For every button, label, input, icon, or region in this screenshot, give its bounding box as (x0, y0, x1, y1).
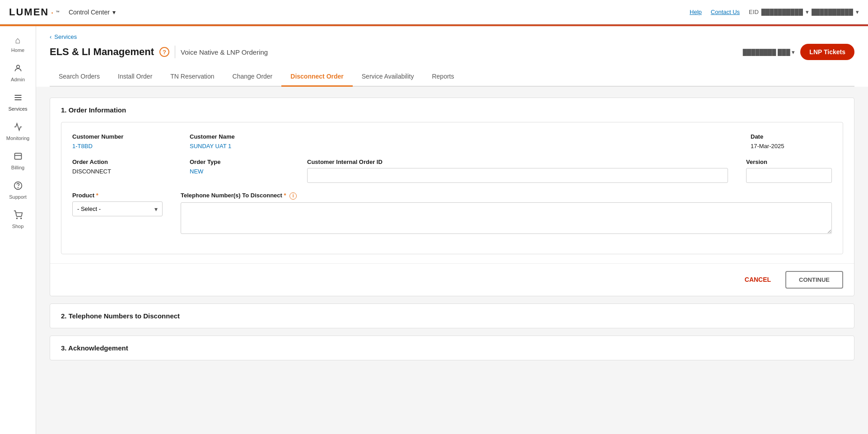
product-select-wrapper[interactable]: - Select - Voice Native LNP ▾ (72, 201, 163, 216)
order-info-form-area: Customer Number 1-T8BD Customer Name SUN… (50, 122, 854, 263)
sidebar-label-support: Support (9, 194, 27, 200)
telephone-numbers-label: Telephone Number(s) To Disconnect * i (181, 192, 832, 200)
version-input[interactable] (746, 168, 832, 183)
acknowledgement-section: 3. Acknowledgement (50, 336, 854, 360)
title-divider (175, 46, 175, 58)
date-label: Date (751, 133, 832, 140)
lnp-tickets-button[interactable]: LNP Tickets (800, 44, 854, 60)
customer-number-value: 1-T8BD (72, 143, 172, 149)
svg-rect-4 (14, 153, 21, 159)
order-type-label: Order Type (190, 159, 289, 165)
app-layout: ⌂ Home Admin Services Monitoring Billi (0, 26, 868, 434)
product-required: * (96, 192, 98, 199)
telephone-numbers-section-header: 2. Telephone Numbers to Disconnect (50, 304, 854, 328)
tab-change-order[interactable]: Change Order (224, 67, 282, 87)
sidebar-item-services[interactable]: Services (0, 89, 36, 116)
billing-icon (14, 152, 23, 163)
acknowledgement-section-header: 3. Acknowledgement (50, 336, 854, 360)
order-type-value: NEW (190, 168, 289, 175)
logo: LUMEN·™ (9, 6, 60, 18)
tab-disconnect-order[interactable]: Disconnect Order (281, 67, 352, 87)
sidebar-item-billing[interactable]: Billing (0, 147, 36, 175)
customer-internal-order-id-group: Customer Internal Order ID (307, 159, 728, 183)
sidebar-label-shop: Shop (12, 224, 24, 229)
customer-internal-order-id-input[interactable] (307, 168, 728, 183)
action-row: CANCEL CONTINUE (50, 263, 854, 296)
eid-chevron-icon: ▾ (806, 9, 809, 15)
product-select[interactable]: - Select - Voice Native LNP (73, 202, 162, 216)
version-label: Version (746, 159, 832, 165)
top-nav-left: LUMEN·™ Control Center ▾ (9, 6, 116, 18)
page-title-left: ELS & LI Management ? Voice Native & LNP… (50, 46, 268, 58)
tab-search-orders[interactable]: Search Orders (50, 67, 109, 87)
monitoring-icon (14, 122, 23, 134)
date-value: 17-Mar-2025 (751, 143, 832, 149)
breadcrumb-arrow-icon: ‹ (50, 33, 51, 40)
order-info-section: 1. Order Information Customer Number 1-T… (50, 98, 854, 296)
top-nav: LUMEN·™ Control Center ▾ Help Contact Us… (0, 0, 868, 24)
logo-text: LUMEN (9, 6, 49, 18)
tab-install-order[interactable]: Install Order (109, 67, 161, 87)
sidebar-label-billing: Billing (11, 165, 24, 170)
logo-tm: ™ (56, 10, 60, 14)
eid-section: EID ██████████ ▾ ██████████ ▾ (749, 9, 859, 15)
account-selector-value: ████████ ███ ▾ (743, 49, 795, 56)
tab-service-availability[interactable]: Service Availability (353, 67, 423, 87)
continue-button[interactable]: CONTINUE (785, 271, 843, 289)
account-selector[interactable]: ████████ ███ ▾ (743, 49, 795, 56)
svg-point-9 (20, 218, 21, 219)
date-group: Date 17-Mar-2025 (751, 133, 832, 149)
tab-reports[interactable]: Reports (423, 67, 463, 87)
page-title-row: ELS & LI Management ? Voice Native & LNP… (50, 44, 854, 60)
sidebar-label-monitoring: Monitoring (6, 135, 29, 141)
sidebar-item-admin[interactable]: Admin (0, 59, 36, 87)
svg-point-0 (16, 65, 19, 68)
telephone-numbers-textarea[interactable] (181, 202, 832, 234)
page-title: ELS & LI Management (50, 46, 154, 58)
telephone-info-icon[interactable]: i (289, 192, 297, 200)
logo-dot: · (51, 7, 54, 18)
sidebar-label-services: Services (8, 106, 27, 112)
product-group: Product * - Select - Voice Native LNP (72, 192, 163, 234)
sidebar-item-home[interactable]: ⌂ Home (0, 31, 36, 57)
help-circle-icon[interactable]: ? (159, 47, 169, 57)
order-info-header: 1. Order Information (50, 98, 854, 122)
product-label: Product * (72, 192, 163, 199)
page-header-right: ████████ ███ ▾ LNP Tickets (743, 44, 854, 60)
help-link[interactable]: Help (690, 9, 702, 15)
form-row-3: Product * - Select - Voice Native LNP (72, 192, 832, 234)
tab-tn-reservation[interactable]: TN Reservation (161, 67, 223, 87)
telephone-numbers-group: Telephone Number(s) To Disconnect * i (181, 192, 832, 234)
top-nav-right: Help Contact Us EID ██████████ ▾ ███████… (690, 9, 859, 15)
order-action-group: Order Action DISCONNECT (72, 159, 172, 183)
sidebar-item-support[interactable]: Support (0, 177, 36, 204)
form-row-1: Customer Number 1-T8BD Customer Name SUN… (72, 133, 832, 149)
customer-number-label: Customer Number (72, 133, 172, 140)
sidebar-item-monitoring[interactable]: Monitoring (0, 118, 36, 145)
account-value: ██████████ (812, 9, 853, 15)
eid-value: ██████████ (761, 9, 803, 15)
control-center-button[interactable]: Control Center ▾ (69, 9, 116, 16)
support-icon (14, 181, 23, 192)
admin-icon (14, 64, 23, 75)
contact-us-link[interactable]: Contact Us (711, 9, 740, 15)
page-header: ‹ Services ELS & LI Management ? Voice N… (36, 26, 868, 87)
services-icon (14, 93, 23, 104)
home-icon: ⌂ (15, 35, 20, 46)
sidebar: ⌂ Home Admin Services Monitoring Billi (0, 26, 36, 434)
eid-label: EID (749, 9, 759, 15)
sidebar-label-admin: Admin (11, 77, 25, 82)
sidebar-item-shop[interactable]: Shop (0, 206, 36, 233)
telephone-numbers-section: 2. Telephone Numbers to Disconnect (50, 303, 854, 328)
page-subtitle: Voice Native & LNP Ordering (181, 48, 268, 56)
order-action-label: Order Action (72, 159, 172, 165)
tabs: Search Orders Install Order TN Reservati… (50, 67, 854, 87)
main-content: ‹ Services ELS & LI Management ? Voice N… (36, 26, 868, 434)
cancel-button[interactable]: CANCEL (737, 272, 778, 287)
order-info-form-inner: Customer Number 1-T8BD Customer Name SUN… (61, 122, 843, 254)
customer-name-label: Customer Name (190, 133, 733, 140)
form-row-2: Order Action DISCONNECT Order Type NEW C… (72, 159, 832, 183)
breadcrumb-services-link[interactable]: Services (54, 33, 77, 40)
order-type-group: Order Type NEW (190, 159, 289, 183)
shop-icon (14, 210, 23, 222)
